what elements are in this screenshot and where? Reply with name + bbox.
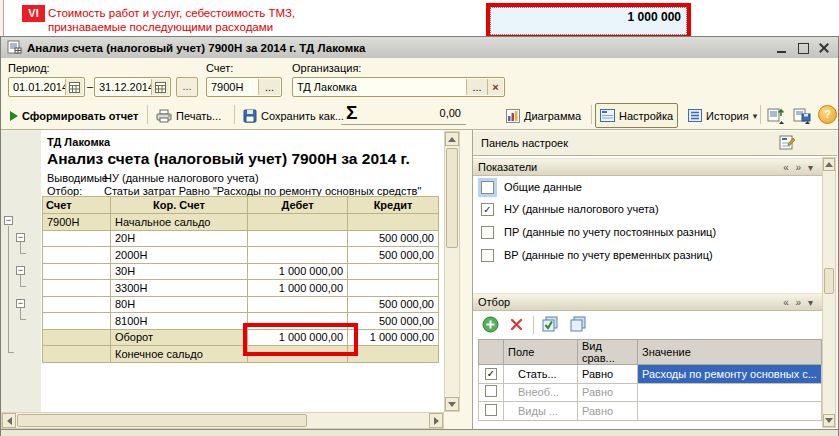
- collapse-group-icon[interactable]: −: [16, 299, 25, 308]
- filter-cell-comparison[interactable]: Равно: [578, 402, 638, 421]
- add-filter-button[interactable]: [482, 316, 499, 335]
- scroll-up-icon[interactable]: [823, 158, 835, 171]
- autosum-button[interactable]: Σ: [346, 102, 357, 124]
- scroll-left-icon[interactable]: [2, 413, 16, 428]
- report-hscrollbar[interactable]: [1, 412, 444, 429]
- vscroll-thumb[interactable]: [446, 148, 458, 248]
- indicator-checkbox[interactable]: ✓: [481, 203, 494, 216]
- filter-cell-comparison[interactable]: Равно: [578, 383, 638, 402]
- collapse-icons[interactable]: « »: [783, 297, 803, 308]
- report-cell[interactable]: [348, 214, 439, 231]
- check-all-button[interactable]: [541, 315, 560, 336]
- report-cell[interactable]: 7900Н: [43, 214, 111, 231]
- report-cell[interactable]: 8100Н: [111, 313, 248, 330]
- indicator-checkbox[interactable]: [481, 226, 494, 239]
- filter-cell-field[interactable]: Внеоб...: [504, 383, 578, 402]
- filter-cell-field[interactable]: Виды ...: [504, 402, 578, 421]
- report-vscrollbar[interactable]: [444, 131, 460, 412]
- account-input[interactable]: 7900Н ...: [206, 77, 282, 97]
- panel-splitter[interactable]: [460, 130, 472, 430]
- filter-checkbox[interactable]: [485, 385, 497, 397]
- filter-cell-field[interactable]: Стать...: [504, 365, 578, 384]
- report-cell[interactable]: 1 000 000,00: [348, 329, 439, 346]
- scroll-down-icon[interactable]: [823, 414, 835, 427]
- save-settings-button[interactable]: [790, 103, 815, 128]
- panel-vscrollbar[interactable]: [822, 157, 836, 428]
- collapse-icons[interactable]: « »: [783, 162, 803, 173]
- filter-checkbox[interactable]: ✓: [485, 368, 497, 380]
- uncheck-all-button[interactable]: [569, 315, 588, 336]
- indicators-section-header[interactable]: Показатели « » ▾: [473, 158, 823, 176]
- generate-report-button[interactable]: Сформировать отчет: [5, 103, 143, 128]
- filter-cell[interactable]: [479, 402, 504, 421]
- print-button[interactable]: Печать...: [151, 103, 226, 128]
- collapse-group-icon[interactable]: −: [16, 233, 25, 242]
- organization-browse-button[interactable]: ...: [466, 79, 487, 95]
- panel-settings-icon[interactable]: [779, 134, 797, 154]
- report-cell[interactable]: 20Н: [111, 230, 248, 247]
- report-cell[interactable]: 500 000,00: [348, 230, 439, 247]
- report-cell[interactable]: 80Н: [111, 296, 248, 313]
- filter-cell[interactable]: [479, 383, 504, 402]
- report-cell[interactable]: [348, 263, 439, 280]
- organization-input[interactable]: ТД Лакомка ... ×: [292, 77, 505, 97]
- filter-cell-value[interactable]: Расходы по ремонту основных с...: [638, 365, 822, 384]
- section-dropdown-icon[interactable]: ▾: [808, 297, 815, 308]
- report-cell[interactable]: [348, 346, 439, 363]
- indicator-checkbox[interactable]: [481, 181, 494, 194]
- filter-row[interactable]: Внеоб...Равно: [479, 383, 822, 402]
- organization-clear-button[interactable]: ×: [487, 79, 503, 95]
- report-cell[interactable]: [43, 230, 111, 247]
- scroll-down-icon[interactable]: [445, 397, 459, 411]
- report-cell[interactable]: [43, 329, 111, 346]
- calendar-icon[interactable]: [65, 79, 83, 95]
- report-cell[interactable]: 1 000 000,00: [248, 329, 348, 346]
- minimize-button[interactable]: [774, 41, 790, 55]
- report-cell[interactable]: [43, 346, 111, 363]
- period-more-button[interactable]: ...: [176, 77, 198, 97]
- filter-cell-value[interactable]: [638, 383, 822, 402]
- report-cell[interactable]: 500 000,00: [348, 313, 439, 330]
- filter-row[interactable]: ✓Стать...РавноРасходы по ремонту основны…: [479, 365, 822, 384]
- report-cell[interactable]: 500 000,00: [348, 247, 439, 264]
- report-cell[interactable]: 2000Н: [111, 247, 248, 264]
- report-cell[interactable]: 500 000,00: [348, 296, 439, 313]
- report-cell[interactable]: 30Н: [111, 263, 248, 280]
- report-cell[interactable]: [43, 280, 111, 297]
- delete-filter-button[interactable]: [509, 317, 524, 334]
- hscroll-thumb[interactable]: [17, 414, 307, 427]
- report-cell[interactable]: [348, 280, 439, 297]
- filter-checkbox[interactable]: [485, 404, 497, 416]
- maximize-button[interactable]: [795, 41, 811, 55]
- report-cell[interactable]: 1 000 000,00: [248, 263, 348, 280]
- indicator-checkbox[interactable]: [481, 249, 494, 262]
- report-cell[interactable]: [43, 247, 111, 264]
- report-cell[interactable]: [248, 346, 348, 363]
- help-button[interactable]: ?: [818, 105, 837, 124]
- filter-row[interactable]: Виды ...Равно: [479, 402, 822, 421]
- report-cell[interactable]: [248, 296, 348, 313]
- calendar-icon[interactable]: [151, 79, 169, 95]
- report-cell[interactable]: [248, 247, 348, 264]
- scroll-right-icon[interactable]: [429, 413, 443, 428]
- section-dropdown-icon[interactable]: ▾: [808, 162, 815, 173]
- history-button[interactable]: История ▾: [683, 103, 762, 128]
- report-cell[interactable]: [248, 214, 348, 231]
- report-cell[interactable]: 3300Н: [111, 280, 248, 297]
- period-from-input[interactable]: 01.01.2014: [8, 77, 85, 97]
- close-button[interactable]: [816, 41, 832, 55]
- report-cell[interactable]: 1 000 000,00: [248, 280, 348, 297]
- report-cell[interactable]: Конечное сальдо: [111, 346, 248, 363]
- vscroll-thumb[interactable]: [824, 268, 834, 294]
- filter-section-header[interactable]: Отбор « » ▾: [473, 293, 823, 311]
- save-as-button[interactable]: Сохранить как...: [238, 103, 349, 128]
- settings-button[interactable]: Настройка: [595, 103, 678, 128]
- collapse-group-icon[interactable]: −: [4, 216, 13, 225]
- filter-cell[interactable]: ✓: [479, 365, 504, 384]
- period-to-input[interactable]: 31.12.2014: [94, 77, 171, 97]
- scroll-up-icon[interactable]: [445, 132, 459, 146]
- report-cell[interactable]: [43, 313, 111, 330]
- report-cell[interactable]: Оборот: [111, 329, 248, 346]
- report-cell[interactable]: [248, 230, 348, 247]
- report-cell[interactable]: [248, 313, 348, 330]
